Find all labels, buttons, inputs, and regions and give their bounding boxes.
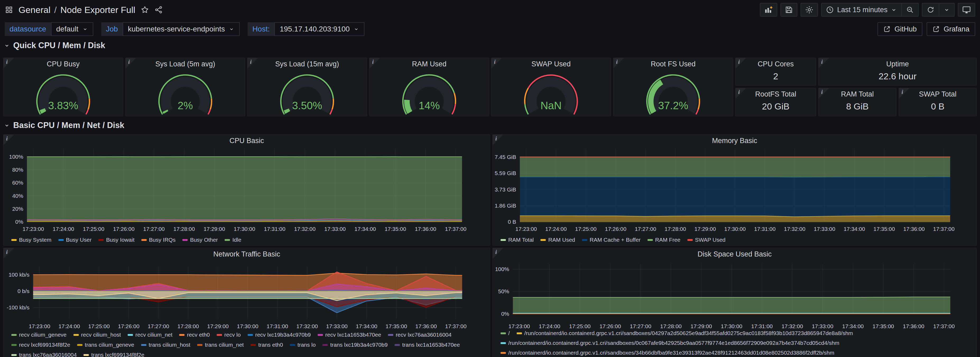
refresh-button[interactable] <box>923 3 939 16</box>
breadcrumb-title[interactable]: Node Exporter Full <box>60 5 135 15</box>
variable-value-dropdown[interactable]: kubernetes-service-endpoints <box>123 22 240 36</box>
template-variables-bar: datasource default Job kubernetes-servic… <box>5 22 364 36</box>
panel-title[interactable]: CPU Cores <box>747 60 804 68</box>
dashboard-header: General / Node Exporter Full <box>0 0 980 19</box>
gauge-value: 2% <box>126 100 245 112</box>
x-axis-label: 17:37:00 <box>933 226 955 232</box>
legend-item[interactable]: Idle <box>225 237 241 243</box>
variable-value: default <box>56 25 78 33</box>
legend-item[interactable]: Busy Iowait <box>98 237 134 243</box>
panel-swap-total: i SWAP Total 0 B <box>899 88 977 116</box>
row-quick-cpu-mem-disk[interactable]: Quick CPU / Mem / Disk <box>4 40 105 51</box>
legend-item[interactable]: recv lo <box>217 332 241 338</box>
legend-item[interactable]: trans lxc1a1653b470ee <box>395 342 460 348</box>
legend-item[interactable]: Busy Other <box>182 237 218 243</box>
legend-item[interactable]: recv lxc19b3a4c970b9 <box>248 332 311 338</box>
legend-color-swatch <box>501 239 506 241</box>
legend-item[interactable]: RAM Free <box>648 237 681 243</box>
legend-item[interactable]: Busy IRQs <box>142 237 175 243</box>
legend-item[interactable]: trans cilium_net <box>197 342 244 348</box>
legend-color-swatch <box>11 334 17 336</box>
legend-item[interactable]: trans lxc19b3a4c970b9 <box>323 342 387 348</box>
panel-info-corner[interactable] <box>819 88 829 99</box>
x-axis-label: 17:32:00 <box>296 323 318 329</box>
legend-label: trans eth0 <box>258 342 283 348</box>
cycle-view-mode-button[interactable] <box>958 3 975 17</box>
y-axis-label: 100 kb/s <box>8 272 29 278</box>
legend-item[interactable]: recv eth0 <box>179 332 210 338</box>
variable-value-dropdown[interactable]: 195.17.140.203:9100 <box>274 22 364 36</box>
legend-item[interactable]: trans lxc76aa36016004 <box>11 352 76 357</box>
panel-info-corner[interactable] <box>819 58 829 69</box>
save-dashboard-button[interactable] <box>780 3 797 17</box>
legend-item[interactable]: trans eth0 <box>251 342 283 348</box>
external-link-icon <box>932 26 940 33</box>
legend-item[interactable]: SWAP Used <box>687 237 726 243</box>
panel-title[interactable]: SWAP Total <box>910 90 965 98</box>
panel-title[interactable]: Uptime <box>830 60 965 68</box>
panel-info-corner[interactable] <box>735 88 746 99</box>
share-icon[interactable] <box>154 6 163 14</box>
variable-value-dropdown[interactable]: default <box>51 22 93 36</box>
dashboard-settings-button[interactable] <box>800 3 818 17</box>
stat-value: 2 <box>735 71 816 81</box>
legend-color-swatch <box>582 239 587 241</box>
legend-item[interactable]: Busy User <box>59 237 92 243</box>
monitor-icon <box>962 5 971 14</box>
legend-item[interactable]: /run/containerd/io.containerd.grpc.v1.cr… <box>501 350 834 356</box>
gauge-value: 3.83% <box>3 100 123 112</box>
legend-item[interactable]: trans cilium_host <box>141 342 191 348</box>
x-axis-label: 17:28:00 <box>665 226 686 232</box>
legend-item[interactable]: /run/containerd/io.containerd.grpc.v1.cr… <box>501 340 839 346</box>
variable-value: 195.17.140.203:9100 <box>280 25 350 33</box>
legend-row: RAM TotalRAM UsedRAM Cache + BufferRAM F… <box>501 237 974 243</box>
legend-color-swatch <box>225 239 230 241</box>
panel-title[interactable]: RootFS Total <box>747 90 804 98</box>
panel-cpu-basic: i CPU Basic 0%20%40%60%80%100%17:23:0017… <box>3 134 490 245</box>
legend-color-swatch <box>141 344 146 346</box>
legend-item[interactable]: trans cilium_geneve <box>77 342 134 348</box>
apps-grid-icon[interactable] <box>5 6 13 14</box>
legend-item[interactable]: RAM Total <box>501 237 534 243</box>
legend-item[interactable]: recv cilium_net <box>128 332 172 338</box>
legend-label: trans lxc1a1653b470ee <box>402 342 460 348</box>
x-axis-label: 17:27:00 <box>143 226 165 232</box>
panel-swap-used: i SWAP Used NaN <box>491 57 611 116</box>
legend-item[interactable]: recv lxc1a1653b470ee <box>318 332 381 338</box>
panel-memory-basic: i Memory Basic 0 B1.86 GiB3.73 GiB5.59 G… <box>492 134 977 245</box>
add-panel-button[interactable] <box>760 3 777 17</box>
legend-item[interactable]: / <box>501 330 510 336</box>
refresh-interval-dropdown[interactable] <box>939 3 954 16</box>
star-icon[interactable] <box>141 6 149 14</box>
legend-item[interactable]: trans lo <box>290 342 316 348</box>
breadcrumb-folder[interactable]: General <box>19 5 51 15</box>
row-basic-cpu-mem-net-disk[interactable]: Basic CPU / Mem / Net / Disk <box>4 120 124 131</box>
time-range-picker[interactable]: Last 15 minutes <box>822 3 901 16</box>
legend-label: / <box>508 330 510 336</box>
grafana-link-button[interactable]: Grafana <box>927 22 975 36</box>
legend-row: trans lxc76aa36016004trans lxcf699134f8f… <box>11 352 487 357</box>
legend-item[interactable]: /run/containerd/io.containerd.grpc.v1.cr… <box>517 330 853 336</box>
legend-color-swatch <box>388 334 393 336</box>
x-axis-label: 17:23:00 <box>515 226 537 232</box>
panel-info-corner[interactable] <box>899 88 910 99</box>
zoom-out-button[interactable] <box>901 3 918 16</box>
legend-item[interactable]: Busy System <box>11 237 51 243</box>
github-link-button[interactable]: GitHub <box>877 22 923 36</box>
legend-color-swatch <box>501 332 506 334</box>
legend-item[interactable]: recv lxc76aa36016004 <box>388 332 452 338</box>
breadcrumb-separator: / <box>54 5 57 15</box>
x-axis-label: 17:34:00 <box>355 226 376 232</box>
chevron-down-icon <box>82 26 88 32</box>
legend-item[interactable]: recv lxcf699134f8f2e <box>11 342 70 348</box>
panel-info-corner[interactable] <box>735 58 746 69</box>
panel-title[interactable]: RAM Total <box>830 90 885 98</box>
legend-item[interactable]: RAM Cache + Buffer <box>582 237 641 243</box>
legend-item[interactable]: RAM Used <box>541 237 575 243</box>
panel-cpu-busy: i CPU Busy 3.83% <box>3 57 123 116</box>
legend-item[interactable]: recv cilium_host <box>73 332 121 338</box>
legend-label: RAM Total <box>508 237 534 243</box>
x-axis-label: 17:34:00 <box>842 323 864 329</box>
legend-item[interactable]: recv cilium_geneve <box>11 332 67 338</box>
legend-item[interactable]: trans lxcf699134f8f2e <box>84 352 144 357</box>
